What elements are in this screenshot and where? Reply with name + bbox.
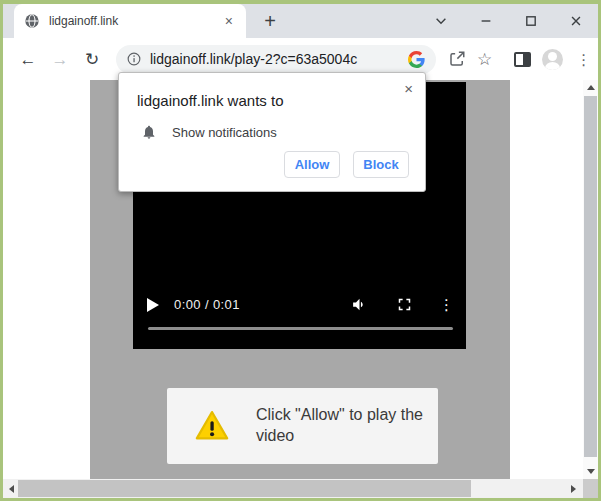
maximize-icon	[524, 14, 538, 28]
forward-button[interactable]: →	[48, 51, 72, 68]
bookmark-star-button[interactable]: ☆	[477, 51, 492, 68]
volume-button[interactable]	[351, 296, 368, 313]
horizontal-scrollbar-thumb[interactable]	[18, 480, 471, 497]
video-controls: 0:00 / 0:01 ⋮	[147, 296, 454, 313]
window-maximize-button[interactable]	[523, 13, 539, 29]
block-button[interactable]: Block	[353, 151, 409, 178]
fullscreen-icon	[397, 297, 412, 312]
url-text: lidgainoff.link/play-2?c=63a5004c	[150, 51, 408, 67]
notification-permission-dialog: × lidgainoff.link wants to Show notifica…	[118, 72, 426, 192]
tab-strip: lidgainoff.link × +	[3, 4, 598, 38]
scroll-down-button[interactable]	[583, 465, 598, 478]
vertical-scrollbar-thumb[interactable]	[584, 96, 597, 457]
browser-window: lidgainoff.link × +	[0, 0, 601, 501]
bell-icon	[141, 124, 157, 140]
google-g-icon[interactable]	[408, 51, 425, 68]
window-controls	[433, 4, 584, 38]
video-time: 0:00 / 0:01	[174, 297, 240, 312]
overlay-message-box: Click "Allow" to play the video	[167, 388, 438, 464]
window-menu-button[interactable]	[433, 13, 449, 29]
dialog-title: lidgainoff.link wants to	[137, 92, 425, 109]
share-button[interactable]	[448, 50, 466, 68]
triangle-left-icon	[9, 485, 14, 493]
close-icon	[569, 14, 583, 28]
video-menu-button[interactable]: ⋮	[439, 297, 454, 312]
globe-favicon-icon	[24, 13, 40, 29]
triangle-up-icon	[587, 85, 595, 90]
window-minimize-button[interactable]	[478, 13, 494, 29]
window-close-button[interactable]	[568, 13, 584, 29]
tab-title: lidgainoff.link	[49, 14, 222, 28]
profile-avatar-button[interactable]	[542, 49, 563, 70]
triangle-right-icon	[571, 485, 576, 493]
minimize-icon	[479, 14, 493, 28]
side-panel-button[interactable]	[514, 52, 531, 67]
chevron-down-icon	[434, 14, 448, 28]
scrollbar-corner	[583, 479, 598, 498]
scroll-up-button[interactable]	[583, 81, 598, 94]
overlay-message: Click "Allow" to play the video	[256, 405, 428, 447]
back-button[interactable]: ←	[16, 51, 40, 68]
triangle-down-icon	[587, 469, 595, 474]
video-progress-bar[interactable]	[148, 327, 453, 330]
play-button[interactable]	[147, 298, 159, 312]
page-viewport: 0:00 / 0:01 ⋮	[3, 80, 598, 479]
address-bar[interactable]: lidgainoff.link/play-2?c=63a5004c	[116, 45, 436, 74]
fullscreen-button[interactable]	[397, 297, 412, 312]
scroll-right-button[interactable]	[565, 479, 582, 498]
volume-icon	[351, 296, 368, 313]
vertical-scrollbar[interactable]	[583, 80, 598, 479]
site-info-icon[interactable]	[127, 52, 141, 66]
new-tab-button[interactable]: +	[256, 7, 284, 35]
reload-button[interactable]: ↻	[80, 51, 104, 68]
horizontal-scrollbar[interactable]	[3, 479, 598, 498]
share-icon	[448, 50, 466, 68]
browser-tab[interactable]: lidgainoff.link ×	[14, 4, 246, 38]
permission-request-text: Show notifications	[172, 125, 277, 140]
allow-button[interactable]: Allow	[284, 151, 340, 178]
dialog-close-button[interactable]: ×	[404, 81, 413, 96]
warning-triangle-icon	[192, 407, 232, 445]
browser-menu-button[interactable]: ⋮	[576, 52, 591, 67]
tab-close-button[interactable]: ×	[222, 14, 236, 28]
toolbar-actions: ☆ ⋮	[436, 49, 591, 70]
